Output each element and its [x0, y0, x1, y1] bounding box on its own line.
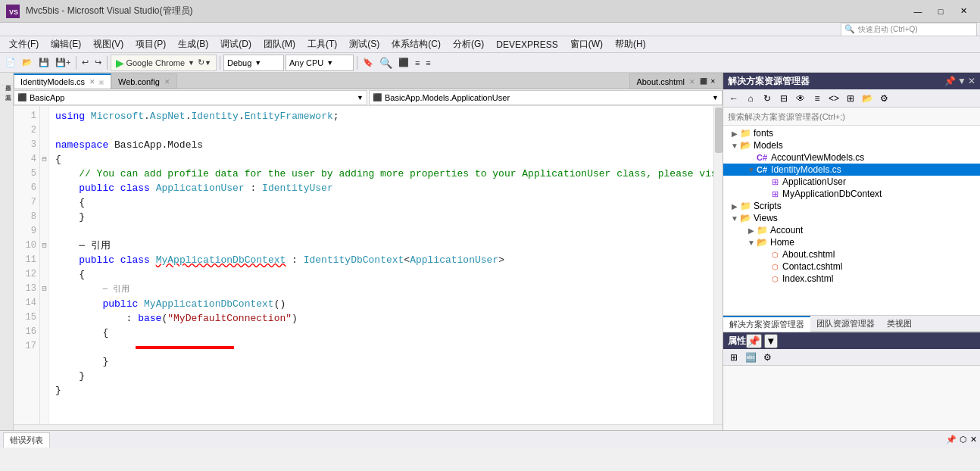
menu-view[interactable]: 视图(V)	[87, 36, 130, 52]
vertical-scrollbar[interactable]	[713, 106, 723, 424]
class-selector[interactable]: ⬛ BasicApp ▼	[14, 90, 367, 105]
se-collapse-button[interactable]: ⊟	[776, 92, 791, 105]
fold-icon-3[interactable]	[40, 109, 48, 123]
se-properties-button[interactable]: ⊞	[843, 92, 858, 105]
prop-alphabetical-button[interactable]: 🔤	[743, 351, 758, 364]
tree-label-index: Index.cshtml	[782, 273, 833, 284]
method-selector-arrow[interactable]: ▼	[712, 94, 719, 101]
se-back-button[interactable]: ←	[726, 92, 741, 105]
menu-debug[interactable]: 调试(D)	[214, 36, 257, 52]
cpu-dropdown[interactable]: Any CPU ▼	[286, 55, 354, 71]
debug-config-dropdown[interactable]: Debug ▼	[223, 55, 284, 71]
tree-item-contact[interactable]: ⬡ Contact.cshtml	[723, 260, 980, 273]
bottom-float-button[interactable]: ⬡	[960, 435, 967, 444]
sidebar-toolbox[interactable]: 工具箱	[0, 86, 13, 95]
toolbar-icon4[interactable]: ≡	[423, 55, 432, 71]
minimize-button[interactable]: —	[907, 4, 929, 19]
menu-arch[interactable]: 体系结构(C)	[385, 36, 447, 52]
tree-item-db-context[interactable]: ⊞ MyApplicationDbContext	[723, 188, 980, 200]
menu-window[interactable]: 窗口(W)	[564, 36, 609, 52]
se-home-button[interactable]: ⌂	[743, 92, 758, 105]
se-code-view-button[interactable]: <>	[826, 92, 841, 105]
save-button[interactable]: 💾	[36, 55, 51, 71]
tab-identity-models[interactable]: IdentityModels.cs ✕ ▣	[14, 73, 111, 89]
tree-item-index[interactable]: ⬡ Index.cshtml	[723, 273, 980, 285]
se-search-input[interactable]	[728, 112, 975, 121]
menu-build[interactable]: 生成(B)	[172, 36, 214, 52]
prop-categorize-button[interactable]: ⊞	[726, 351, 741, 364]
tree-item-home-folder[interactable]: ▼ 📂 Home	[723, 236, 980, 248]
code-editor[interactable]: 1 2 3 4 5 6 7 8 9 10 11 12 13 14 15 16 1…	[14, 106, 723, 424]
fold-icon-6[interactable]: ⊟	[40, 152, 48, 167]
prop-toolbar: ⊞ 🔤 ⚙	[723, 349, 980, 366]
menu-analyze[interactable]: 分析(G)	[447, 36, 490, 52]
tree-item-account-folder[interactable]: ▶ 📁 Account	[723, 224, 980, 236]
se-pin-button[interactable]: 📌	[944, 76, 956, 86]
method-selector[interactable]: ⬛ BasicApp.Models.ApplicationUser ▼	[369, 90, 723, 105]
se-tab-solution[interactable]: 解决方案资源管理器	[723, 316, 810, 332]
solution-explorer-panel: 解决方案资源管理器 📌 ▼ ✕ ← ⌂ ↻ ⊟ 👁 ≡ <> ⊞ 📂 ⚙	[723, 73, 980, 430]
code-body[interactable]: using Microsoft.AspNet.Identity.EntityFr…	[49, 106, 713, 424]
menu-project[interactable]: 项目(P)	[130, 36, 172, 52]
bottom-close-button[interactable]: ✕	[970, 435, 977, 444]
maximize-button[interactable]: □	[930, 4, 951, 19]
se-open-folder-button[interactable]: 📂	[860, 92, 875, 105]
tree-item-fonts[interactable]: ▶ 📁 fonts	[723, 127, 980, 139]
se-chevron-down-button[interactable]: ▼	[957, 76, 966, 86]
menu-test[interactable]: 测试(S)	[343, 36, 385, 52]
tree-item-models[interactable]: ▼ 📂 Models	[723, 139, 980, 151]
sidebar-server-explorer[interactable]: 服务器	[0, 76, 13, 86]
svg-text:VS: VS	[9, 8, 18, 16]
prop-settings-button[interactable]: ⚙	[760, 351, 775, 364]
bottom-tab-errors[interactable]: 错误列表	[3, 432, 50, 448]
close-button[interactable]: ✕	[953, 4, 974, 19]
line-numbers: 1 2 3 4 5 6 7 8 9 10 11 12 13 14 15 16 1…	[14, 106, 40, 424]
tree-item-scripts[interactable]: ▶ 📁 Scripts	[723, 200, 980, 212]
fold-icon-13[interactable]: ⊟	[40, 282, 48, 296]
tab-identity-models-label: IdentityModels.cs	[20, 77, 85, 86]
prop-pin-button[interactable]: 📌	[746, 334, 762, 348]
start-chrome-button[interactable]: ▶ Google Chrome ▼ ↻ ▼	[111, 55, 217, 71]
tree-item-views[interactable]: ▼ 📂 Views	[723, 212, 980, 224]
bottom-pin-button[interactable]: 📌	[946, 435, 957, 444]
menu-tools[interactable]: 工具(T)	[301, 36, 343, 52]
se-close-button[interactable]: ✕	[968, 76, 975, 86]
chrome-dropdown2-icon[interactable]: ▼	[204, 59, 211, 67]
tab-about-cshtml[interactable]: About.cshtml ✕ ⬛ ✕	[629, 73, 723, 89]
menu-edit[interactable]: 编辑(E)	[45, 36, 87, 52]
se-tab-team[interactable]: 团队资源管理器	[810, 317, 881, 331]
tree-item-app-user[interactable]: ⊞ ApplicationUser	[723, 176, 980, 188]
se-tab-class[interactable]: 类视图	[881, 317, 918, 331]
undo-button[interactable]: ↩	[80, 55, 91, 71]
menu-team[interactable]: 团队(M)	[257, 36, 301, 52]
toolbar-icon2[interactable]: ⬛	[396, 55, 411, 71]
se-search-bar[interactable]	[723, 108, 980, 126]
toolbar: 📄 📂 💾 💾+ ↩ ↪ ▶ Google Chrome ▼ ↻ ▼ Debug…	[0, 53, 980, 73]
se-filter-button[interactable]: ≡	[810, 92, 825, 105]
tree-item-identity-models[interactable]: ▼ C# IdentityModels.cs	[723, 164, 980, 176]
chrome-dropdown-icon[interactable]: ▼	[188, 59, 195, 67]
refresh-icon[interactable]: ↻	[198, 58, 204, 67]
se-refresh-button[interactable]: ↻	[760, 92, 775, 105]
se-controls: 📌 ▼ ✕	[944, 76, 975, 86]
new-project-button[interactable]: 📄	[3, 55, 18, 71]
menu-file[interactable]: 文件(F)	[3, 36, 45, 52]
scroll-thumb[interactable]	[715, 108, 723, 153]
tree-item-account-vm[interactable]: C# AccountViewModels.cs	[723, 151, 980, 164]
save-all-button[interactable]: 💾+	[53, 55, 73, 71]
tab-web-config[interactable]: Web.config ✕	[111, 73, 177, 89]
toolbar-icon1[interactable]: 🔍	[377, 55, 395, 71]
toolbar-icon3[interactable]: ≡	[413, 55, 422, 71]
class-selector-arrow[interactable]: ▼	[357, 94, 364, 101]
se-show-all-button[interactable]: 👁	[793, 92, 808, 105]
menu-devexpress[interactable]: DEVEXPRESS	[490, 38, 563, 51]
fold-icon-10[interactable]: ⊟	[40, 239, 48, 253]
open-button[interactable]: 📂	[20, 55, 35, 71]
se-settings-button[interactable]: ⚙	[876, 92, 891, 105]
quick-launch-box[interactable]: 🔍 快速启动 (Ctrl+Q)	[841, 23, 977, 36]
menu-help[interactable]: 帮助(H)	[609, 36, 652, 52]
tree-item-about[interactable]: ⬡ About.cshtml	[723, 248, 980, 260]
bookmark-button[interactable]: 🔖	[360, 55, 376, 71]
prop-chevron-down-button[interactable]: ▼	[764, 334, 777, 348]
redo-button[interactable]: ↪	[92, 55, 104, 71]
